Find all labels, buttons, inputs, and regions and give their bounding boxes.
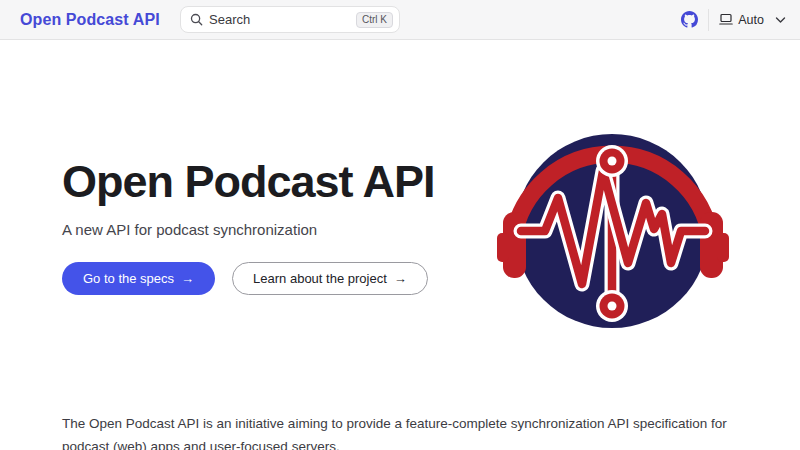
theme-label: Auto <box>738 13 764 27</box>
arrow-right-icon: → <box>394 271 407 286</box>
top-nav: Open Podcast API Search Ctrl K Auto <box>0 0 800 40</box>
go-to-specs-label: Go to the specs <box>83 271 174 286</box>
site-title[interactable]: Open Podcast API <box>20 11 160 29</box>
page-title: Open Podcast API <box>62 156 434 208</box>
learn-about-project-label: Learn about the project <box>253 271 387 286</box>
podcast-logo <box>497 112 729 344</box>
go-to-specs-button[interactable]: Go to the specs → <box>62 262 215 295</box>
chevron-down-icon <box>775 16 786 24</box>
monitor-icon <box>719 13 733 26</box>
search-icon <box>190 13 203 26</box>
nav-divider <box>708 9 709 31</box>
arrow-right-icon: → <box>181 271 194 286</box>
hero-actions: Go to the specs → Learn about the projec… <box>62 262 428 295</box>
search-placeholder: Search <box>209 12 356 27</box>
github-icon[interactable] <box>681 11 698 28</box>
search-shortcut-badge: Ctrl K <box>356 12 393 28</box>
search-input[interactable]: Search Ctrl K <box>180 6 400 33</box>
project-description: The Open Podcast API is an initiative ai… <box>62 412 752 450</box>
hero-tagline: A new API for podcast synchronization <box>62 221 317 238</box>
learn-about-project-button[interactable]: Learn about the project → <box>232 262 428 295</box>
nav-right-group: Auto <box>681 9 786 31</box>
theme-switcher[interactable]: Auto <box>719 13 786 27</box>
